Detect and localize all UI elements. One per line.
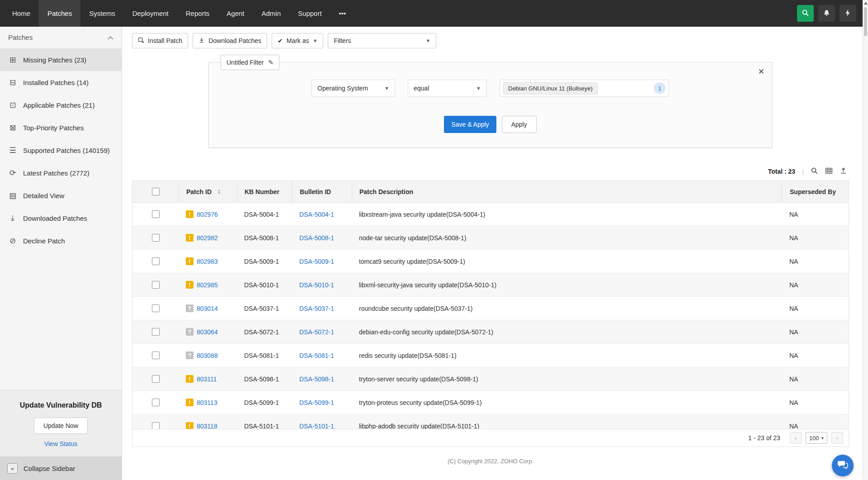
sidebar-item-supported-patches[interactable]: ☰ Supported Patches (140159) bbox=[0, 139, 122, 162]
mark-as-dropdown[interactable]: ✔ Mark as ▼ bbox=[272, 33, 323, 48]
filters-dropdown[interactable]: Filters ▼ bbox=[328, 33, 436, 48]
row-checkbox[interactable] bbox=[152, 352, 160, 359]
filter-field-select[interactable]: Operating System ▼ bbox=[311, 80, 395, 97]
nav-item-patches[interactable]: Patches bbox=[39, 0, 80, 27]
bulletin-id-link[interactable]: DSA-5101-1 bbox=[299, 423, 334, 429]
table-row: ! 803111 DSA-5098-1 DSA-5098-1 tryton-se… bbox=[132, 367, 849, 391]
bulletin-id-link[interactable]: DSA-5037-1 bbox=[299, 305, 334, 312]
row-checkbox[interactable] bbox=[152, 234, 160, 242]
nav-item-deployment[interactable]: Deployment bbox=[124, 0, 177, 27]
sidebar-item-installed-patches[interactable]: ⊟ Installed Patches (14) bbox=[0, 71, 122, 94]
install-icon bbox=[138, 37, 144, 45]
patch-id-link[interactable]: 802982 bbox=[197, 234, 218, 242]
filter-value-input[interactable]: Debian GNU/Linux 11 (Bullseye) 1 bbox=[500, 80, 669, 97]
row-checkbox[interactable] bbox=[152, 375, 160, 383]
bell-icon bbox=[822, 9, 831, 19]
edit-icon[interactable]: ✎ bbox=[268, 59, 274, 66]
scrollbar-thumb[interactable] bbox=[864, 7, 867, 36]
row-checkbox[interactable] bbox=[152, 257, 160, 265]
quick-actions-button[interactable] bbox=[840, 5, 856, 22]
patch-id-link[interactable]: 803064 bbox=[197, 328, 218, 336]
sidebar-item-top-priority-patches[interactable]: ⊠ Top-Priority Patches bbox=[0, 116, 122, 139]
next-page-button[interactable]: › bbox=[831, 432, 843, 444]
patch-description-cell: tryton-server security update(DSA-5098-1… bbox=[352, 375, 781, 383]
sidebar-item-downloaded-patches[interactable]: ⤓ Downloaded Patches bbox=[0, 207, 122, 229]
superseded-by-cell: NA bbox=[781, 352, 849, 359]
vertical-scrollbar[interactable] bbox=[863, 0, 868, 480]
kb-number-cell: DSA-5010-1 bbox=[237, 281, 292, 289]
notifications-button[interactable] bbox=[818, 5, 835, 22]
bulletin-id-link[interactable]: DSA-5099-1 bbox=[299, 399, 334, 406]
column-header-patch-id[interactable]: Patch ID bbox=[186, 188, 212, 195]
search-button[interactable] bbox=[797, 5, 814, 22]
sidebar-item-missing-patches[interactable]: ⊞ Missing Patches (23) bbox=[0, 48, 122, 71]
collapse-sidebar-button[interactable]: « Collapse Sidebar bbox=[0, 456, 122, 480]
filter-count-badge: 1 bbox=[654, 82, 665, 94]
nav-item-more[interactable]: ••• bbox=[330, 0, 355, 27]
prev-page-button[interactable]: ‹ bbox=[790, 432, 802, 444]
chevron-up-icon[interactable] bbox=[108, 33, 113, 41]
nav-item-support[interactable]: Support bbox=[289, 0, 330, 27]
filter-value-chip[interactable]: Debian GNU/Linux 11 (Bullseye) bbox=[503, 82, 598, 95]
nav-item-reports[interactable]: Reports bbox=[177, 0, 218, 27]
row-checkbox[interactable] bbox=[152, 399, 160, 406]
table-search-button[interactable] bbox=[811, 167, 818, 176]
bulletin-id-link[interactable]: DSA-5009-1 bbox=[299, 258, 334, 265]
download-patches-button[interactable]: Download Patches bbox=[193, 33, 267, 48]
kb-number-cell: DSA-5004-1 bbox=[237, 211, 292, 218]
page-size-select[interactable]: 100 ▾ bbox=[806, 432, 827, 444]
patch-id-link[interactable]: 803088 bbox=[197, 352, 218, 359]
sidebar-header[interactable]: Patches bbox=[0, 27, 122, 48]
sidebar-item-applicable-patches[interactable]: ⊡ Applicable Patches (21) bbox=[0, 94, 122, 116]
column-header-bulletin-id: Bulletin ID bbox=[292, 181, 352, 202]
update-now-button[interactable]: Update Now bbox=[34, 418, 88, 434]
bulletin-id-link[interactable]: DSA-5081-1 bbox=[299, 352, 334, 359]
chat-widget-button[interactable] bbox=[832, 455, 854, 476]
filter-operator-select[interactable]: equal ▼ bbox=[408, 80, 487, 97]
patch-id-link[interactable]: 802985 bbox=[197, 281, 218, 289]
nav-item-agent[interactable]: Agent bbox=[218, 0, 253, 27]
patch-id-link[interactable]: 802983 bbox=[197, 258, 218, 265]
bulletin-id-link[interactable]: DSA-5004-1 bbox=[299, 211, 334, 218]
sidebar-item-decline-patch[interactable]: ⊘ Decline Patch bbox=[0, 229, 122, 252]
row-checkbox[interactable] bbox=[152, 328, 160, 336]
column-header-kb-number: KB Number bbox=[237, 181, 292, 202]
patch-description-cell: libphp-adodb security update(DSA-5101-1) bbox=[352, 423, 781, 429]
sidebar-item-detailed-view[interactable]: ▤ Detailed View bbox=[0, 184, 122, 207]
column-chooser-button[interactable] bbox=[825, 167, 833, 176]
nav-item-systems[interactable]: Systems bbox=[80, 0, 124, 27]
patch-id-link[interactable]: 803113 bbox=[197, 399, 217, 406]
bulletin-id-link[interactable]: DSA-5072-1 bbox=[299, 328, 334, 336]
sidebar-item-latest-patches[interactable]: ⟳ Latest Patches (2772) bbox=[0, 162, 122, 184]
bulletin-id-link[interactable]: DSA-5010-1 bbox=[299, 281, 334, 289]
patch-id-link[interactable]: 803118 bbox=[197, 423, 217, 429]
view-status-link[interactable]: View Status bbox=[5, 440, 117, 447]
install-patch-label: Install Patch bbox=[148, 37, 182, 44]
close-icon[interactable]: ✕ bbox=[758, 67, 764, 76]
nav-item-admin[interactable]: Admin bbox=[253, 0, 290, 27]
patch-description-cell: redis security update(DSA-5081-1) bbox=[352, 352, 781, 359]
select-all-checkbox[interactable] bbox=[152, 188, 160, 195]
apply-button[interactable]: Apply bbox=[502, 116, 537, 133]
save-apply-button[interactable]: Save & Apply bbox=[444, 116, 496, 133]
bulletin-id-link[interactable]: DSA-5098-1 bbox=[299, 375, 334, 383]
sidebar-item-label: Missing Patches (23) bbox=[23, 56, 86, 64]
sidebar-item-icon: ⟳ bbox=[8, 168, 17, 178]
scroll-up-arrow[interactable] bbox=[864, 2, 868, 5]
bulletin-id-link[interactable]: DSA-5008-1 bbox=[299, 234, 334, 242]
sort-icon[interactable]: ▲▼ bbox=[217, 189, 221, 195]
patch-id-link[interactable]: 803111 bbox=[197, 375, 217, 383]
row-checkbox[interactable] bbox=[152, 210, 160, 218]
nav-item-home[interactable]: Home bbox=[4, 0, 39, 27]
patch-id-link[interactable]: 803014 bbox=[197, 305, 218, 312]
row-checkbox[interactable] bbox=[152, 422, 160, 429]
install-patch-button[interactable]: Install Patch bbox=[132, 33, 188, 48]
filter-name-chip[interactable]: Untitled Filter ✎ bbox=[221, 55, 279, 70]
sidebar-title: Patches bbox=[8, 33, 33, 41]
export-button[interactable] bbox=[840, 167, 847, 176]
sidebar-item-label: Detailed View bbox=[23, 192, 64, 200]
row-checkbox[interactable] bbox=[152, 281, 160, 289]
row-checkbox[interactable] bbox=[152, 304, 160, 312]
patch-id-link[interactable]: 802976 bbox=[197, 211, 218, 218]
page-size-value: 100 bbox=[809, 435, 819, 442]
